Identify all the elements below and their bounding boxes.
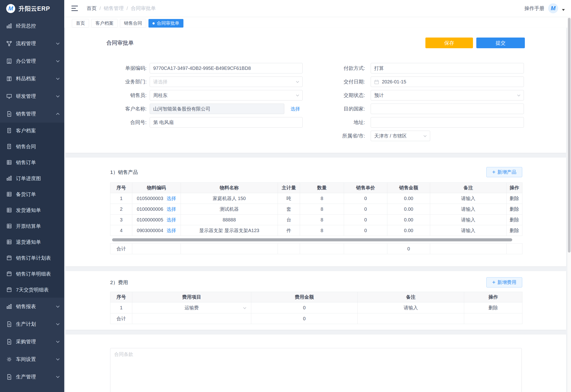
total-label: 合计	[110, 243, 132, 254]
tab-customer-files[interactable]: 客户档案	[91, 19, 118, 28]
fees-card: 2）费用 + 新增费用 序号 费用项目 费用金额 备注 操作 1	[65, 271, 566, 330]
sidebar-item-office-mgmt[interactable]: 办公管理	[0, 52, 64, 70]
breadcrumb-home[interactable]: 首页	[87, 5, 97, 12]
contract-no-label: 合同号:	[65, 117, 147, 127]
fee-item-select[interactable]: 运输费	[134, 302, 250, 313]
contract-approval-card: 合同审批单 保存 提交 单据编码: 付款方式: 业务部门: 请选择 交付日期: …	[65, 28, 566, 153]
tab-sales-contract[interactable]: 销售合同	[120, 19, 146, 28]
add-product-button[interactable]: + 新增产品	[486, 167, 522, 177]
delivery-date-label: 交付日期:	[280, 76, 365, 87]
delete-row-link[interactable]: 删除	[507, 204, 523, 214]
address-input[interactable]	[371, 117, 524, 127]
sidebar-item-label: 经营总控	[16, 23, 59, 29]
avatar[interactable]: M	[548, 3, 558, 13]
chart-icon	[6, 304, 12, 309]
user-dropdown-caret-icon[interactable]	[562, 9, 565, 11]
sidebar-item-sales-mgmt[interactable]: 销售管理	[0, 105, 64, 123]
province-select[interactable]: 天津市 / 市辖区	[371, 131, 430, 141]
sidebar-item-sales-contract[interactable]: 销售合同	[0, 139, 64, 154]
qty[interactable]: 8	[300, 214, 344, 225]
delivery-status-select[interactable]: 预计	[371, 90, 524, 100]
remark-input[interactable]: 请输入	[358, 302, 464, 313]
row-index: 4	[110, 225, 132, 236]
tab-home[interactable]: 首页	[72, 19, 89, 28]
unit-price[interactable]: 0	[344, 214, 387, 225]
total-empty-cell	[181, 243, 278, 254]
manual-link[interactable]: 操作手册	[524, 5, 544, 12]
sidebar-item-stock-order[interactable]: 备货订单	[0, 186, 64, 202]
terms-card	[65, 335, 566, 392]
sidebar-item-delivery-notice[interactable]: 发货通知单	[0, 202, 64, 218]
window-scrollbar[interactable]	[567, 17, 571, 392]
payment-input[interactable]	[371, 63, 524, 73]
unit-price[interactable]: 0	[344, 225, 387, 236]
sidebar-item-business-overview[interactable]: 经营总控	[0, 17, 64, 35]
scrollbar-thumb[interactable]	[112, 238, 512, 241]
contract-terms-textarea[interactable]	[110, 348, 522, 392]
col-fee-item: 费用项目	[132, 292, 251, 302]
material-name: 测试机器	[181, 204, 278, 214]
delete-row-link[interactable]: 删除	[507, 193, 523, 204]
chevron-down-icon	[56, 374, 60, 378]
col-material-name: 物料名称	[181, 183, 278, 193]
fee-amount[interactable]: 0	[251, 302, 358, 313]
sidebar-item-seven-day-delivery[interactable]: 7天交货明细表	[0, 282, 64, 298]
breadcrumb-current: 合同审批单	[131, 5, 156, 12]
submit-button[interactable]: 提交	[476, 38, 525, 48]
sidebar-item-workshop-settings[interactable]: 车间设置	[0, 350, 64, 368]
sidebar-item-sales-order-detail[interactable]: 销售订单明细表	[0, 266, 64, 282]
fee-item-value: 运输费	[185, 305, 199, 311]
col-material-code: 物料编码	[132, 183, 181, 193]
qty[interactable]: 8	[300, 204, 344, 214]
delivery-date-picker[interactable]: 2026-01-15	[371, 76, 524, 87]
unit-price[interactable]: 0	[344, 204, 387, 214]
delete-row-link[interactable]: 删除	[507, 214, 523, 225]
add-fee-button[interactable]: + 新增费用	[486, 277, 522, 287]
save-button[interactable]: 保存	[425, 38, 473, 48]
sidebar-item-purchase-mgmt[interactable]: 采购管理	[0, 333, 64, 350]
remark-input[interactable]: 请输入	[430, 225, 507, 236]
sidebar-item-production-mgmt[interactable]: 生产管理	[0, 368, 64, 386]
unit-price[interactable]: 0	[344, 193, 387, 204]
choose-material-link[interactable]: 选择	[166, 195, 176, 202]
choose-material-link[interactable]: 选择	[166, 206, 176, 212]
delete-row-link[interactable]: 删除	[464, 302, 523, 313]
amount: 0.00	[387, 204, 430, 214]
breadcrumb-sales-mgmt[interactable]: 销售管理	[104, 5, 124, 12]
sidebar-item-invoice-settlement[interactable]: 开票结算单	[0, 218, 64, 234]
sidebar-item-rnd-mgmt[interactable]: 研发管理	[0, 87, 64, 105]
sidebar-item-order-progress[interactable]: 订单进度图	[0, 170, 64, 186]
chevron-down-icon	[56, 41, 60, 44]
dest-country-input[interactable]	[371, 104, 524, 114]
sidebar-item-label: 料品档案	[16, 75, 57, 82]
sidebar-item-sales-order-plan[interactable]: 销售订单计划表	[0, 250, 64, 266]
sidebar-item-sales-report[interactable]: 销售报表	[0, 298, 64, 315]
province-label: 所属省/市:	[280, 131, 365, 141]
choose-material-link[interactable]: 选择	[166, 217, 176, 223]
remark-input[interactable]: 请输入	[430, 193, 507, 204]
sidebar-item-customer-files[interactable]: 客户档案	[0, 123, 64, 139]
total-empty-cell	[507, 243, 523, 254]
chevron-down-icon	[56, 357, 60, 360]
sidebar-item-sales-order[interactable]: 销售订单	[0, 154, 64, 170]
remark-input[interactable]: 请输入	[430, 214, 507, 225]
delete-row-link[interactable]: 删除	[507, 225, 523, 236]
products-card: 1）销售产品 + 新增产品 序号 物料编码 物料名称 主计量 数量 销售单价 销…	[65, 157, 566, 266]
tab-contract-approval[interactable]: 合同审批单	[149, 19, 183, 28]
window-scrollbar-thumb[interactable]	[568, 18, 571, 252]
remark-input[interactable]: 请输入	[430, 204, 507, 214]
table-horizontal-scrollbar[interactable]	[110, 238, 522, 241]
sidebar-item-process-mgmt[interactable]: 流程管理	[0, 35, 64, 52]
col-unit: 主计量	[278, 183, 300, 193]
qty[interactable]: 8	[300, 225, 344, 236]
dest-country-label: 目的国家:	[280, 104, 365, 114]
sidebar-item-return-notice[interactable]: 退货通知单	[0, 234, 64, 250]
menu-fold-icon[interactable]	[71, 5, 78, 11]
file-icon	[6, 321, 12, 327]
choose-material-link[interactable]: 选择	[166, 227, 176, 234]
sidebar-item-label: 备货订单	[16, 191, 59, 198]
sidebar-item-material-files[interactable]: 料品档案	[0, 70, 64, 87]
sidebar-item-production-plan[interactable]: 生产计划	[0, 315, 64, 333]
qty[interactable]: 8	[300, 193, 344, 204]
sidebar-item-label: 销售管理	[16, 111, 57, 117]
